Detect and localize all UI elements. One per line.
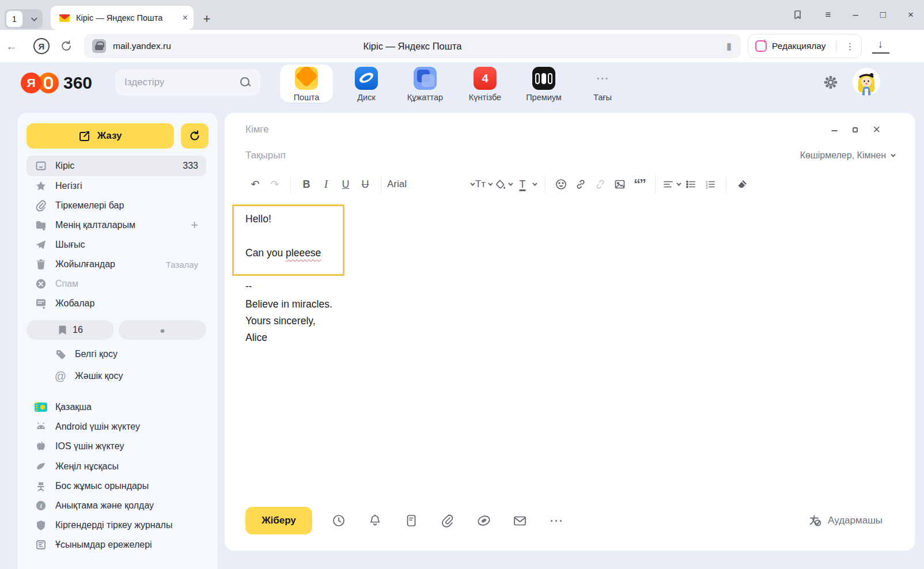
user-avatar[interactable] bbox=[853, 68, 880, 96]
redo-icon[interactable]: ↷ bbox=[265, 175, 285, 194]
attach-from-disk-button[interactable] bbox=[465, 513, 502, 528]
sidebar-folder-inbox[interactable]: Кіріс 333 bbox=[26, 155, 206, 176]
sidebar-link-login-journal[interactable]: Кіргендерді тіркеу журналы bbox=[26, 515, 206, 535]
edit-extension-button[interactable]: Редакциялау ⋮ bbox=[748, 34, 862, 58]
bookmark-icon[interactable]: ▮ bbox=[726, 40, 732, 52]
translator-button[interactable]: Аудармашы bbox=[808, 514, 883, 528]
numbered-list-button[interactable]: 123 bbox=[700, 175, 720, 194]
sidebar-link-ios[interactable]: IOS үшін жүктеу bbox=[26, 437, 206, 456]
sidebar-folder-spam[interactable]: Спам bbox=[26, 274, 206, 294]
compose-window: – × Көшірмелер, Кімнен ↶ ↷ B I U U Arial… bbox=[225, 113, 915, 551]
add-folder-icon[interactable]: + bbox=[191, 218, 198, 233]
misspelled-word: pleeese bbox=[286, 247, 321, 259]
sidebar-folder-primary[interactable]: Негізгі bbox=[26, 176, 206, 196]
refresh-mail-button[interactable] bbox=[181, 123, 209, 149]
window-maximize-icon[interactable]: □ bbox=[880, 9, 886, 21]
service-disk[interactable]: Диск bbox=[340, 65, 393, 103]
compose-minimize-icon[interactable]: – bbox=[831, 127, 838, 132]
clear-trash-link[interactable]: Тазалау bbox=[166, 260, 198, 270]
sidebar-link-help[interactable]: i Анықтама және қолдау bbox=[26, 496, 206, 515]
downloads-icon[interactable]: ↓ bbox=[872, 39, 889, 54]
service-documents[interactable]: Құжаттар bbox=[399, 65, 452, 103]
tab-count-badge[interactable]: 1 bbox=[6, 11, 22, 27]
folder-icon bbox=[35, 219, 47, 231]
service-premium[interactable]: Премиум bbox=[517, 65, 570, 103]
sidebar-link-recommendation-rules[interactable]: Ұсынымдар ережелері bbox=[26, 535, 206, 555]
compose-button[interactable]: Жазу bbox=[26, 123, 174, 149]
sidebar-folder-projects[interactable]: Жобалар bbox=[26, 294, 206, 313]
attach-file-button[interactable] bbox=[429, 514, 465, 528]
extension-more-icon[interactable]: ⋮ bbox=[842, 41, 859, 52]
url-bar[interactable]: mail.yandex.ru Кіріс — Яндекс Пошта ▮ bbox=[84, 34, 741, 58]
send-button[interactable]: Жіберу bbox=[245, 507, 312, 534]
font-size-select[interactable]: Tт bbox=[474, 175, 493, 194]
notify-button[interactable] bbox=[357, 514, 393, 528]
attach-from-mail-button[interactable] bbox=[502, 514, 538, 528]
tab-list-chevron-button[interactable] bbox=[24, 9, 43, 29]
yandex-360-logo[interactable]: Я 360 bbox=[21, 73, 92, 93]
back-icon[interactable]: ← bbox=[0, 40, 23, 53]
sidebar-link-language[interactable]: Қазақша bbox=[26, 397, 206, 417]
search-input[interactable] bbox=[124, 77, 234, 88]
compose-close-icon[interactable]: × bbox=[873, 122, 880, 137]
clock-icon bbox=[332, 514, 346, 528]
font-family-select[interactable]: Arial bbox=[387, 179, 474, 190]
align-select[interactable] bbox=[661, 175, 681, 194]
window-close-icon[interactable]: × bbox=[908, 9, 914, 21]
window-minimize-icon[interactable]: – bbox=[853, 9, 858, 21]
to-field[interactable] bbox=[245, 124, 831, 135]
kazakh-flag-icon bbox=[35, 403, 47, 412]
message-body[interactable]: Hello! Can you pleeese -- Believe in mir… bbox=[225, 199, 915, 504]
bookmarks-panel-icon[interactable] bbox=[793, 10, 803, 20]
quote-button[interactable]: “” bbox=[630, 175, 649, 194]
compose-popout-icon[interactable] bbox=[853, 127, 858, 132]
clear-format-button[interactable] bbox=[732, 175, 752, 194]
insert-image-button[interactable] bbox=[610, 175, 630, 194]
yandex-browser-logo[interactable]: Я bbox=[33, 38, 50, 54]
search-box[interactable] bbox=[115, 69, 260, 96]
highlight-color-select[interactable] bbox=[493, 175, 513, 194]
add-label-item[interactable]: Белгі қосу bbox=[46, 344, 206, 364]
template-button[interactable] bbox=[393, 514, 429, 528]
premium-service-icon bbox=[532, 67, 555, 90]
browser-menu-icon[interactable]: ≡ bbox=[825, 9, 831, 21]
remove-link-button[interactable] bbox=[590, 175, 610, 194]
text-color-select[interactable]: T bbox=[513, 175, 532, 194]
sidebar-link-android[interactable]: Android үшін жүктеу bbox=[26, 417, 206, 437]
sidebar-folder-sent[interactable]: Шығыс bbox=[26, 235, 206, 255]
browser-tab-active[interactable]: Кіріс — Яндекс Пошта × bbox=[51, 6, 194, 30]
italic-button[interactable]: I bbox=[316, 175, 336, 194]
bold-button[interactable]: B bbox=[297, 175, 316, 194]
undo-icon[interactable]: ↶ bbox=[245, 175, 265, 194]
image-icon bbox=[614, 179, 626, 190]
bullet-list-button[interactable] bbox=[681, 175, 700, 194]
more-options-button[interactable]: ⋯ bbox=[538, 513, 574, 529]
tab-close-icon[interactable]: × bbox=[183, 13, 188, 23]
strikethrough-button[interactable]: U bbox=[355, 175, 375, 194]
bookmarks-pill[interactable]: 16 bbox=[26, 320, 114, 340]
underline-button[interactable]: U bbox=[336, 175, 355, 194]
body-line-1: Hello! bbox=[245, 213, 271, 225]
sidebar-folder-my-folders[interactable]: Менің қалталарым + bbox=[26, 215, 206, 235]
refresh-page-icon[interactable] bbox=[60, 40, 73, 52]
sidebar-folder-trash[interactable]: Жойылғандар Тазалау bbox=[26, 255, 206, 274]
add-mailbox-item[interactable]: @ Жәшік қосу bbox=[46, 366, 206, 386]
dot-pill[interactable]: ● bbox=[119, 320, 206, 340]
numbered-list-icon: 123 bbox=[705, 179, 716, 190]
emoji-button[interactable] bbox=[551, 175, 571, 194]
sidebar-link-light-version[interactable]: Жеңіл нұсқасы bbox=[26, 457, 206, 476]
sidebar-link-vacancies[interactable]: Бос жұмыс орындары bbox=[26, 476, 206, 496]
schedule-send-button[interactable] bbox=[320, 514, 357, 528]
insert-link-button[interactable] bbox=[571, 175, 590, 194]
service-calendar[interactable]: 4 Күнтізбе bbox=[459, 65, 512, 103]
service-more[interactable]: ⋯ Тағы bbox=[576, 65, 629, 103]
apple-icon bbox=[35, 441, 47, 452]
android-icon bbox=[35, 421, 47, 433]
service-mail[interactable]: Пошта bbox=[280, 65, 333, 103]
tab-group-control[interactable]: 1 bbox=[5, 9, 43, 29]
subject-field[interactable] bbox=[245, 150, 800, 161]
settings-gear-icon[interactable] bbox=[823, 74, 839, 90]
new-tab-button[interactable]: + bbox=[198, 10, 215, 28]
sidebar-folder-attachments[interactable]: Тіркемелері бар bbox=[26, 196, 206, 215]
cc-from-toggle[interactable]: Көшірмелер, Кімнен bbox=[800, 150, 894, 161]
